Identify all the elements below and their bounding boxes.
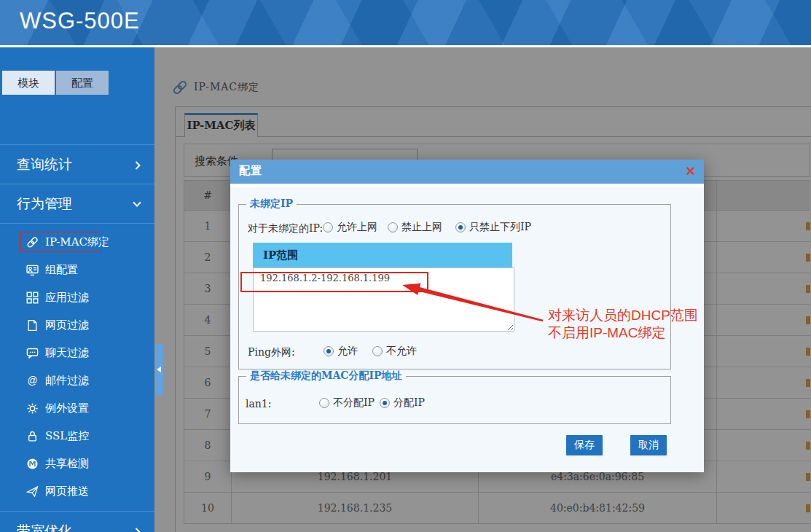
gear-icon bbox=[26, 402, 39, 415]
radio-icon bbox=[319, 398, 329, 408]
share-icon bbox=[26, 458, 39, 470]
app-header: WSG-500E bbox=[0, 0, 811, 45]
radio-allow-internet[interactable]: 允许上网 bbox=[323, 221, 377, 234]
dialog-titlebar[interactable]: 配置 × bbox=[230, 160, 704, 184]
radio-icon bbox=[455, 222, 466, 232]
mac-assign-fieldset: 是否给未绑定的MAC分配IP地址 bbox=[238, 376, 671, 424]
sidebar: 模块 配置 查询统计 行为管理 bbox=[0, 47, 154, 532]
config-dialog: 配置 × 未绑定IP 对于未绑定的IP: 允许上网 禁止上网 只禁止下列IP I… bbox=[230, 160, 704, 472]
radio-no-assign-ip[interactable]: 不分配IP bbox=[319, 396, 375, 410]
sidebar-section-query-stats[interactable]: 查询统计 bbox=[0, 144, 154, 184]
link-icon bbox=[26, 236, 39, 249]
titlebar-divider bbox=[230, 184, 704, 187]
sidebar-tabs: 模块 配置 bbox=[2, 71, 109, 95]
ping-label: Ping外网: bbox=[248, 346, 295, 359]
radio-ping-deny[interactable]: 不允许 bbox=[372, 345, 417, 358]
radio-ping-allow[interactable]: 允许 bbox=[324, 345, 358, 358]
radio-icon bbox=[323, 222, 333, 232]
chevron-left-icon bbox=[157, 367, 161, 372]
sidebar-item-group-config[interactable]: 组配置 bbox=[0, 256, 154, 283]
radio-block-listed-ip[interactable]: 只禁止下列IP bbox=[455, 221, 531, 234]
close-icon[interactable]: × bbox=[686, 161, 695, 181]
group-icon bbox=[26, 264, 39, 276]
chevron-right-icon bbox=[134, 528, 141, 532]
sidebar-item-ip-mac-binding[interactable]: IP-MAC绑定 bbox=[0, 228, 154, 256]
sidebar-item-web-push[interactable]: 网页推送 bbox=[0, 477, 154, 505]
sidebar-collapse-handle[interactable] bbox=[155, 344, 163, 395]
webpage-icon bbox=[26, 319, 39, 332]
cancel-button[interactable]: 取消 bbox=[630, 435, 667, 455]
sidebar-submenu: IP-MAC绑定 组配置 bbox=[0, 223, 154, 511]
radio-assign-ip[interactable]: 分配IP bbox=[380, 396, 425, 410]
tab-config[interactable]: 配置 bbox=[56, 71, 109, 95]
sidebar-item-share-detect[interactable]: 共享检测 bbox=[0, 450, 154, 477]
unbound-ip-policy-label: 对于未绑定的IP: bbox=[248, 222, 323, 235]
send-icon bbox=[26, 485, 39, 498]
lan1-label: lan1: bbox=[246, 398, 271, 410]
radio-block-internet[interactable]: 禁止上网 bbox=[388, 221, 442, 234]
radio-icon bbox=[388, 222, 398, 232]
sidebar-item-app-filter[interactable]: 应用过滤 bbox=[0, 283, 154, 311]
mail-icon: @ bbox=[26, 375, 39, 387]
save-button[interactable]: 保存 bbox=[566, 435, 603, 455]
lock-icon bbox=[26, 430, 39, 442]
sidebar-section-behavior-mgmt[interactable]: 行为管理 bbox=[0, 184, 154, 223]
ip-range-textarea[interactable]: 192.168.1.2-192.168.1.199 bbox=[253, 267, 514, 332]
svg-text:@: @ bbox=[27, 375, 37, 386]
sidebar-item-exception-settings[interactable]: 例外设置 bbox=[0, 394, 154, 422]
sidebar-item-mail-filter[interactable]: @ 邮件过滤 bbox=[0, 367, 154, 394]
chat-icon bbox=[26, 347, 39, 359]
sidebar-item-chat-filter[interactable]: 聊天过滤 bbox=[0, 339, 154, 367]
sidebar-section-bandwidth-opt[interactable]: 带宽优化 bbox=[0, 511, 154, 532]
mac-assign-legend: 是否给未绑定的MAC分配IP地址 bbox=[246, 369, 406, 383]
app-logo: WSG-500E bbox=[20, 8, 140, 34]
chevron-right-icon bbox=[134, 161, 141, 168]
radio-icon bbox=[372, 346, 383, 356]
sidebar-item-web-filter[interactable]: 网页过滤 bbox=[0, 311, 154, 339]
chevron-down-icon bbox=[134, 200, 141, 208]
radio-icon bbox=[380, 398, 390, 408]
dialog-title: 配置 bbox=[239, 164, 262, 178]
sidebar-item-ssl-monitor[interactable]: SSL监控 bbox=[0, 422, 154, 450]
unbound-ip-legend: 未绑定IP bbox=[246, 197, 297, 211]
app-window: WSG-500E 模块 配置 查询统计 行为管理 bbox=[0, 0, 811, 532]
tab-modules[interactable]: 模块 bbox=[2, 71, 55, 95]
ip-range-header: IP范围 bbox=[253, 243, 512, 267]
apps-icon bbox=[26, 292, 39, 304]
radio-icon bbox=[324, 346, 334, 356]
